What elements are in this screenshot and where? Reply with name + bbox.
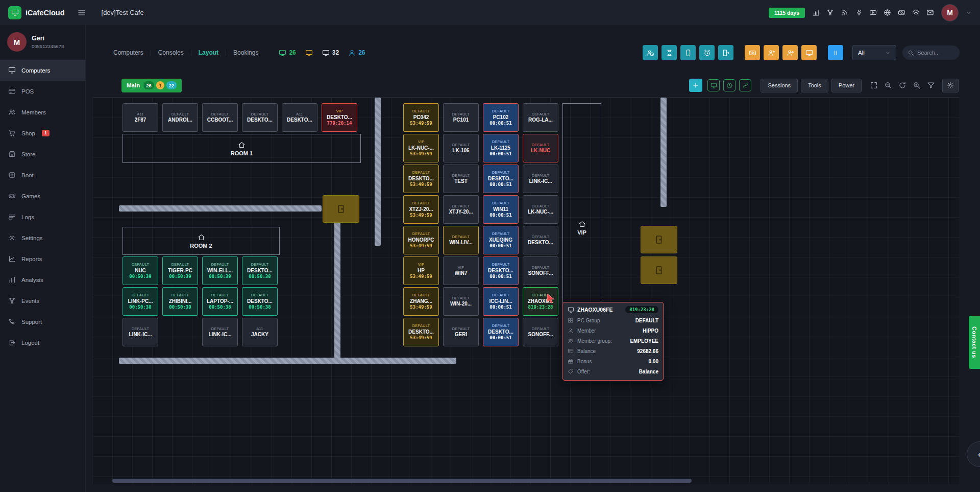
pc-tile-winell[interactable]: DEFAULTWIN-ELL...00:50:39 <box>202 256 238 285</box>
zoom-in-icon[interactable] <box>913 81 921 89</box>
pc-tile-deskto[interactable]: DEFAULTDESKTO... <box>242 103 278 132</box>
pc-tile-lknuc[interactable]: DEFAULTLK-NUC-... <box>523 195 558 224</box>
room-tab-main[interactable]: Main 26122 <box>121 79 182 92</box>
pc-tile-linkic[interactable]: DEFAULTLINK-IC... <box>202 318 238 346</box>
pc-tile-deskto[interactable]: DEFAULTDESKTO...00:00:51 <box>483 318 519 346</box>
pc-tile-hp[interactable]: VIPHP53:49:59 <box>403 256 439 285</box>
filter-select[interactable]: All <box>852 45 896 60</box>
cash-icon[interactable] <box>898 9 905 16</box>
canvas-settings-button[interactable] <box>942 79 959 92</box>
clock-toggle-button[interactable] <box>723 79 736 91</box>
pc-tile-2f87[interactable]: A112F87 <box>122 103 158 132</box>
pc-tile-honorpc[interactable]: DEFAULTHONORPC53:49:59 <box>403 226 439 254</box>
monitor-button[interactable] <box>801 45 817 60</box>
mobile-button[interactable] <box>680 45 696 60</box>
sidebar-item-games[interactable]: Games <box>0 185 85 206</box>
pc-tile-icclin[interactable]: DEFAULTICC-LIN...00:00:51 <box>483 287 519 316</box>
pc-tile-deskto[interactable]: DEFAULTDESKTO... <box>523 226 558 254</box>
alarm-button[interactable] <box>699 45 715 60</box>
youtube-icon[interactable] <box>869 9 877 16</box>
rss-icon[interactable] <box>841 9 848 16</box>
tab-consoles[interactable]: Consoles <box>151 50 191 56</box>
pause-button[interactable] <box>828 45 843 60</box>
pc-tile-rogla[interactable]: DEFAULTROG-LA... <box>523 103 558 132</box>
pc-tile-deskto[interactable]: DEFAULTDESKTO...00:00:51 <box>483 165 519 193</box>
facebook-icon[interactable] <box>855 9 863 16</box>
pc-tile-sonoff[interactable]: DEFAULTSONOFF... <box>523 256 558 285</box>
user-arrow-button[interactable] <box>782 45 798 60</box>
link-toggle-button[interactable] <box>739 79 751 91</box>
monitor-toggle-button[interactable] <box>707 79 720 91</box>
stats-icon[interactable] <box>812 9 820 16</box>
cash-button[interactable] <box>745 45 760 60</box>
pc-tile-win11[interactable]: DEFAULTWIN1100:00:51 <box>483 195 519 224</box>
sidebar-item-reports[interactable]: Reports <box>0 248 85 269</box>
user-clock-button[interactable] <box>643 45 658 60</box>
pc-tile-pc101[interactable]: DEFAULTPC101 <box>443 103 479 132</box>
pc-tile-lknuc[interactable]: DEFAULTLK-NUC <box>523 134 558 162</box>
contact-us-tab[interactable]: Contact us <box>969 316 980 369</box>
trophy-icon[interactable] <box>826 9 834 16</box>
pc-tile-xueqing[interactable]: DEFAULTXUEQING00:00:51 <box>483 226 519 254</box>
pc-tile-androi[interactable]: DEFAULTANDROI... <box>162 103 198 132</box>
pc-tile-test[interactable]: DEFAULTTEST <box>443 165 479 193</box>
pc-tile-linkic[interactable]: DEFAULTLINK-IC... <box>122 318 158 346</box>
pc-tile-deskto[interactable]: VIPDESKTO...779:20:14 <box>322 103 357 132</box>
horizontal-scrollbar[interactable] <box>112 479 692 483</box>
pc-tile-linkpc[interactable]: DEFAULTLINK-PC...00:50:38 <box>122 287 158 316</box>
mail-icon[interactable] <box>926 9 934 16</box>
tab-bookings[interactable]: Bookings <box>226 50 265 56</box>
chevron-down-icon[interactable] <box>966 10 972 16</box>
power-button[interactable]: Power <box>831 79 862 92</box>
pc-tile-jacky[interactable]: A11JACKY <box>242 318 278 346</box>
hourglass-button[interactable] <box>662 45 677 60</box>
menu-toggle-icon[interactable] <box>77 8 86 17</box>
sidebar-item-analysis[interactable]: Analysis <box>0 269 85 290</box>
pc-tile-deskto[interactable]: DEFAULTDESKTO...00:50:38 <box>242 256 278 285</box>
sidebar-item-support[interactable]: Support <box>0 311 85 332</box>
layers-icon[interactable] <box>912 9 920 16</box>
sidebar-item-logout[interactable]: Logout <box>0 332 85 353</box>
globe-icon[interactable] <box>884 9 891 16</box>
sidebar-item-events[interactable]: Events <box>0 290 85 311</box>
pc-tile-lk1125[interactable]: DEFAULTLK-112500:00:51 <box>483 134 519 162</box>
sidebar-item-store[interactable]: Store <box>0 144 85 165</box>
pc-tile-winliv[interactable]: DEFAULTWIN-LIV... <box>443 226 479 254</box>
pc-tile-nuc[interactable]: DEFAULTNUC00:50:39 <box>122 256 158 285</box>
user-avatar[interactable]: M <box>941 4 959 21</box>
expand-icon[interactable] <box>870 81 878 89</box>
sidebar-user[interactable]: M Geri 008612345678 <box>0 25 85 57</box>
refresh-icon[interactable] <box>898 81 906 89</box>
pc-tile-deskto[interactable]: DEFAULTDESKTO...53:49:59 <box>403 318 439 346</box>
sidebar-item-pos[interactable]: POS <box>0 81 85 102</box>
sessions-button[interactable]: Sessions <box>761 79 798 92</box>
tools-button[interactable]: Tools <box>801 79 828 92</box>
funnel-icon[interactable] <box>927 81 935 89</box>
search-input[interactable] <box>917 50 954 56</box>
pc-tile-tigerpc[interactable]: DEFAULTTIGER-PC00:50:39 <box>162 256 198 285</box>
pc-tile-lk106[interactable]: DEFAULTLK-106 <box>443 134 479 162</box>
pc-tile-deskto[interactable]: DEFAULTDESKTO...00:50:38 <box>242 287 278 316</box>
sidebar-item-settings[interactable]: Settings <box>0 227 85 248</box>
sidebar-item-shop[interactable]: Shop1 <box>0 123 85 144</box>
subscription-days-badge[interactable]: 1115 days <box>769 8 805 18</box>
layout-canvas[interactable]: ROOM 1ROOM 2VIPA112F87DEFAULTANDROI...DE… <box>92 97 959 484</box>
pc-tile-win20[interactable]: DEFAULTWIN-20... <box>443 287 479 316</box>
pc-tile-xtjy20[interactable]: DEFAULTXTJY-20... <box>443 195 479 224</box>
pc-tile-win7[interactable]: VIPWIN7 <box>443 256 479 285</box>
pc-tile-lknuc[interactable]: VIPLK-NUC-...53:49:59 <box>403 134 439 162</box>
pc-tile-zhang[interactable]: DEFAULTZHANG...53:49:59 <box>403 287 439 316</box>
pc-tile-pc102[interactable]: DEFAULTPC10200:00:51 <box>483 103 519 132</box>
pc-tile-deskto[interactable]: A11DESKTO... <box>282 103 317 132</box>
pc-tile-ccboot[interactable]: DEFAULTCCBOOT... <box>202 103 238 132</box>
pc-tile-deskto[interactable]: DEFAULTDESKTO...00:00:51 <box>483 256 519 285</box>
tab-layout[interactable]: Layout <box>191 50 226 56</box>
sidebar-item-logs[interactable]: Logs <box>0 206 85 227</box>
sidebar-item-boot[interactable]: Boot <box>0 165 85 185</box>
zoom-out-icon[interactable] <box>884 81 892 89</box>
exit-button[interactable] <box>718 45 733 60</box>
pc-tile-xtzj20[interactable]: DEFAULTXTZJ-20...53:49:59 <box>403 195 439 224</box>
user-plus-button[interactable] <box>764 45 779 60</box>
sidebar-item-members[interactable]: Members <box>0 102 85 123</box>
pc-tile-zhibini[interactable]: DEFAULTZHIBINI...00:50:39 <box>162 287 198 316</box>
